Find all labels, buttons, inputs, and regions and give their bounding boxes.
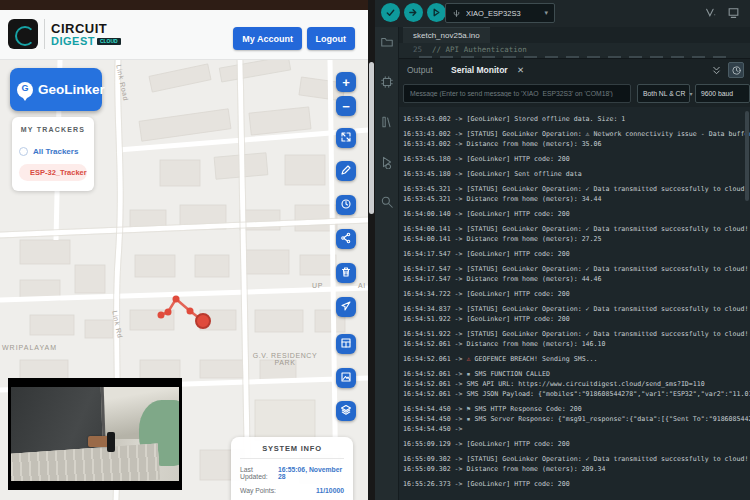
editor-tabbar: sketch_nov25a.ino [399,27,750,43]
verify-button[interactable] [381,3,400,22]
board-selector-dropdown[interactable]: XIAO_ESP32S3 ▾ [445,3,555,23]
brand-name-2: DIGEST [51,36,95,47]
debug-icon[interactable] [380,155,394,169]
code-line: 25 // API Authentication [399,43,750,54]
share-icon [340,232,352,247]
clock-icon [340,198,352,213]
serial-log-line: 16:54:17.547 -> [GeoLinker] HTTP code: 2… [403,249,750,259]
serial-message-input[interactable] [403,84,631,103]
export-button[interactable] [336,368,356,388]
chip-logo-icon [8,19,38,49]
serial-log-line: 16:55:09.302 -> Distance from home (mete… [403,464,750,474]
chevron-down-icon: ▾ [689,90,692,97]
serial-log-line: 16:54:51.922 -> [STATUS] GeoLinker Opera… [403,329,750,339]
serial-log-line: 16:54:52.061 -> Distance from home (mete… [403,339,750,349]
image-icon [340,371,352,386]
table-button[interactable] [336,334,356,354]
serial-plotter-icon[interactable] [705,5,718,23]
brand-divider [44,19,45,49]
sketchbook-folder-icon[interactable] [380,35,394,49]
zoom-in-button[interactable]: + [336,72,356,92]
minus-icon: − [342,99,350,114]
line-number: 25 [413,45,422,54]
debug-button[interactable] [427,3,446,22]
share-button[interactable] [336,229,356,249]
serial-log-line: 16:53:43.002 -> [GeoLinker] Stored offli… [403,114,750,124]
history-button[interactable] [336,195,356,215]
webcam-battery [107,432,115,452]
chevron-down-icon: ▾ [544,9,548,17]
phone-icon: ▪ [467,415,471,423]
serial-log-line: 16:53:45.321 -> Distance from home (mete… [403,194,750,204]
autoscroll-toggle[interactable] [708,62,724,78]
upload-button[interactable] [404,3,423,22]
bottom-panel-header: Output Serial Monitor ✕ [399,58,750,80]
plus-icon: + [342,75,350,90]
serial-log-line: 16:54:17.547 -> Distance from home (mete… [403,274,750,284]
brand-name: CIRCUIT [51,22,121,35]
serial-log-line: 16:54:54.450 -> [403,424,750,434]
serial-monitor-icon[interactable] [727,5,740,23]
serial-scrollbar-thumb[interactable] [745,111,749,201]
browser-window: CIRCUIT DIGEST CLOUD My Account Logout [0,0,375,500]
phone-icon: ▪ [467,370,471,378]
navigation-icon [340,300,352,315]
serial-log-line: 16:54:52.061 -> SMS JSON Payload: {"mobi… [403,389,750,399]
ide-toolbar: XIAO_ESP32S3 ▾ [375,0,750,27]
code-editor[interactable]: 25 // API Authentication [399,43,750,58]
usb-plug-icon [452,9,461,18]
tab-serial-monitor[interactable]: Serial Monitor [451,65,508,75]
close-icon[interactable]: ✕ [517,65,524,75]
map-canvas[interactable]: Link Road Link Rd WRIPALAYAM G.V. RESIDE… [0,60,368,500]
code-comment: // API Authentication [432,45,527,54]
radio-icon [19,147,28,156]
serial-log-line: 16:53:45.321 -> [STATUS] GeoLinker Opera… [403,184,750,194]
trash-icon [340,266,352,281]
serial-log-line: 16:54:00.140 -> [GeoLinker] HTTP code: 2… [403,209,750,219]
serial-log-line: 16:54:52.061 -> ▪ SMS FUNCTION CALLED [403,369,750,379]
last-updated-row: Last Updated: 16:55:06, November 28 [240,466,344,480]
serial-log-line: 16:54:00.141 -> Distance from home (mete… [403,234,750,244]
locate-button[interactable] [336,297,356,317]
line-ending-dropdown[interactable]: Both NL & CR ▾ [637,84,690,103]
flag-icon: ⚑ [467,405,471,413]
serial-log-line: 16:55:09.129 -> [GeoLinker] HTTP code: 2… [403,439,750,449]
serial-toolbar: Both NL & CR ▾ 9600 baud [399,80,750,107]
geolinker-title: GeoLinker [38,82,105,97]
delete-button[interactable] [336,263,356,283]
expand-icon [340,131,352,146]
my-account-button[interactable]: My Account [233,27,302,50]
layers-button[interactable] [336,401,356,421]
webcam-inset [8,378,182,490]
geolinker-pin-icon: G [17,82,33,98]
browser-scrollbar[interactable] [368,0,375,500]
boards-manager-icon[interactable] [380,75,394,89]
serial-log-line: 16:54:54.450 -> ⚑ SMS HTTP Response Code… [403,404,750,414]
serial-log-line: 16:54:52.061 -> SMS API URL: https://www… [403,379,750,389]
logout-button[interactable]: Logout [307,27,356,50]
brand-cloud-badge: CLOUD [97,38,121,45]
tab-output[interactable]: Output [407,65,433,75]
ide-activity-bar [375,27,399,500]
webcam-video [11,387,179,481]
sketch-tab[interactable]: sketch_nov25a.ino [403,27,490,43]
table-icon [340,337,352,352]
scrollbar-thumb[interactable] [369,62,374,214]
library-manager-icon[interactable] [380,115,394,129]
layers-icon [340,404,352,419]
zoom-out-button[interactable]: − [336,96,356,116]
board-name: XIAO_ESP32S3 [466,9,539,18]
draw-button[interactable] [336,161,356,181]
search-icon[interactable] [380,195,394,209]
tracker-item-esp32[interactable]: ESP-32_Tracker [19,164,87,181]
serial-log-line: 16:55:09.302 -> [STATUS] GeoLinker Opera… [403,454,750,464]
tracker-item-all[interactable]: All Trackers [19,147,87,156]
fullscreen-button[interactable] [336,128,356,148]
timestamp-toggle[interactable] [728,62,744,78]
baud-rate-dropdown[interactable]: 9600 baud [695,84,750,103]
system-info-panel: SYSTEM INFO Last Updated: 16:55:06, Nove… [231,437,353,500]
circuitdigest-logo: CIRCUIT DIGEST CLOUD [8,19,121,49]
serial-log-line: 16:54:34.722 -> [GeoLinker] HTTP code: 2… [403,289,750,299]
serial-log-line: 16:53:45.180 -> [GeoLinker] Sent offline… [403,169,750,179]
serial-monitor-log[interactable]: 16:53:43.002 -> [GeoLinker] Stored offli… [399,107,750,500]
